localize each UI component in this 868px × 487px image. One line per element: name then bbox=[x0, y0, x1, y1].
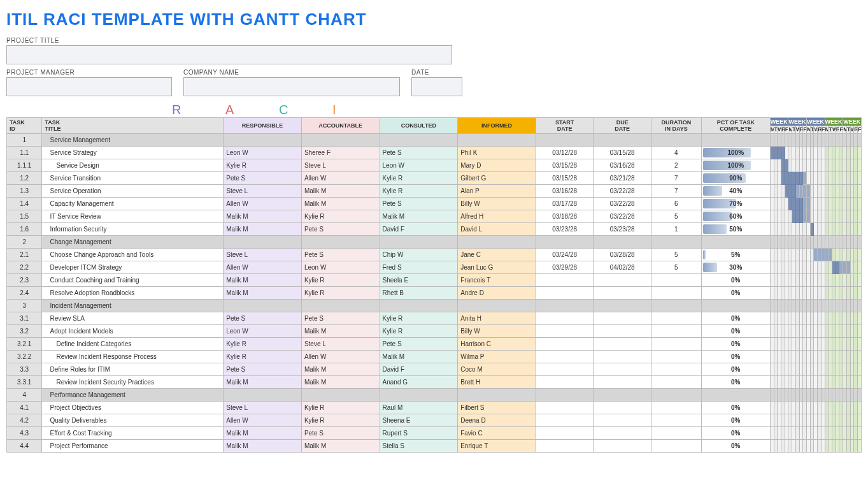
table-row[interactable]: 3.3Define Roles for ITIMPete SMalik MDav… bbox=[7, 363, 862, 376]
date-input[interactable] bbox=[411, 77, 462, 96]
cell-duration[interactable] bbox=[651, 427, 701, 440]
cell-pct[interactable]: 40% bbox=[701, 185, 770, 198]
table-row[interactable]: 2.2Developer ITCM StrategyAllen WLeon WF… bbox=[7, 261, 862, 274]
cell-duration[interactable] bbox=[651, 414, 701, 427]
cell-due[interactable] bbox=[594, 440, 651, 453]
cell-informed[interactable]: Alfred H bbox=[458, 210, 536, 223]
cell-duration[interactable] bbox=[651, 312, 701, 325]
table-row[interactable]: 3.3.1Review Incident Security PracticesM… bbox=[7, 376, 862, 389]
table-row[interactable]: 3.2Adopt Incident ModelsLeon WMalik MKyl… bbox=[7, 325, 862, 338]
cell-duration[interactable] bbox=[651, 274, 701, 287]
cell-accountable[interactable]: Steve L bbox=[301, 159, 380, 172]
cell-duration[interactable]: 7 bbox=[651, 185, 701, 198]
cell-start[interactable]: 03/29/28 bbox=[536, 261, 594, 274]
cell-responsible[interactable]: Pete S bbox=[224, 312, 302, 325]
cell-accountable[interactable]: Malik M bbox=[301, 376, 380, 389]
cell-consulted[interactable]: Pete S bbox=[380, 147, 458, 159]
cell-due[interactable] bbox=[594, 427, 651, 440]
cell-duration[interactable] bbox=[651, 325, 701, 338]
cell-responsible[interactable]: Allen W bbox=[224, 414, 302, 427]
cell-accountable[interactable]: Allen W bbox=[301, 351, 380, 363]
cell-informed[interactable]: Harrison C bbox=[458, 338, 536, 351]
cell-consulted[interactable]: Rupert S bbox=[380, 427, 458, 440]
cell-informed[interactable]: Favio C bbox=[458, 427, 536, 440]
cell-start[interactable] bbox=[536, 325, 594, 338]
cell-duration[interactable] bbox=[651, 376, 701, 389]
cell-title[interactable]: Quality Deliverables bbox=[42, 414, 224, 427]
cell-consulted[interactable]: Raul M bbox=[380, 402, 458, 414]
cell-consulted[interactable]: Leon W bbox=[380, 159, 458, 172]
cell-consulted[interactable]: Sheela E bbox=[380, 274, 458, 287]
cell-responsible[interactable]: Pete S bbox=[224, 172, 302, 185]
cell-pct[interactable]: 0% bbox=[701, 440, 770, 453]
table-row[interactable]: 3.1Review SLAPete SPete SKylie RAnita H0… bbox=[7, 312, 862, 325]
cell-consulted[interactable]: David F bbox=[380, 363, 458, 376]
cell-start[interactable] bbox=[536, 274, 594, 287]
cell-pct[interactable]: 30% bbox=[701, 261, 770, 274]
cell-title[interactable]: IT Service Review bbox=[42, 210, 224, 223]
cell-duration[interactable]: 5 bbox=[651, 249, 701, 261]
cell-title[interactable]: Resolve Adoption Roadblocks bbox=[42, 287, 224, 300]
cell-accountable[interactable]: Pete S bbox=[301, 223, 380, 236]
cell-responsible[interactable]: Malik M bbox=[224, 440, 302, 453]
cell-due[interactable]: 03/21/28 bbox=[594, 172, 651, 185]
cell-informed[interactable]: Billy W bbox=[458, 198, 536, 210]
cell-consulted[interactable]: Fred S bbox=[380, 261, 458, 274]
cell-responsible[interactable]: Steve L bbox=[224, 185, 302, 198]
cell-consulted[interactable]: Pete S bbox=[380, 198, 458, 210]
cell-accountable[interactable]: Malik M bbox=[301, 185, 380, 198]
cell-start[interactable] bbox=[536, 351, 594, 363]
table-row[interactable]: 1.1.1Service DesignKylie RSteve LLeon WM… bbox=[7, 159, 862, 172]
cell-responsible[interactable]: Allen W bbox=[224, 198, 302, 210]
cell-accountable[interactable]: Malik M bbox=[301, 325, 380, 338]
cell-consulted[interactable]: Kylie R bbox=[380, 172, 458, 185]
cell-informed[interactable]: Enrique T bbox=[458, 440, 536, 453]
cell-start[interactable] bbox=[536, 363, 594, 376]
cell-consulted[interactable]: David F bbox=[380, 223, 458, 236]
cell-pct[interactable]: 0% bbox=[701, 427, 770, 440]
cell-pct[interactable]: 0% bbox=[701, 376, 770, 389]
cell-start[interactable]: 03/17/28 bbox=[536, 198, 594, 210]
cell-responsible[interactable]: Malik M bbox=[224, 210, 302, 223]
table-row[interactable]: 3.2.1Define Incident CategoriesKylie RSt… bbox=[7, 338, 862, 351]
cell-consulted[interactable]: Stella S bbox=[380, 440, 458, 453]
cell-consulted[interactable]: Pete S bbox=[380, 338, 458, 351]
cell-duration[interactable]: 2 bbox=[651, 159, 701, 172]
cell-accountable[interactable]: Malik M bbox=[301, 198, 380, 210]
cell-start[interactable] bbox=[536, 414, 594, 427]
cell-informed[interactable]: Jane C bbox=[458, 249, 536, 261]
cell-duration[interactable] bbox=[651, 287, 701, 300]
cell-informed[interactable]: Billy W bbox=[458, 325, 536, 338]
cell-informed[interactable]: Gilbert G bbox=[458, 172, 536, 185]
cell-informed[interactable]: Jean Luc G bbox=[458, 261, 536, 274]
raci-gantt-table[interactable]: TASKIDTASKTITLERESPONSIBLEACCOUNTABLECON… bbox=[6, 117, 862, 453]
cell-due[interactable] bbox=[594, 351, 651, 363]
cell-due[interactable]: 03/23/28 bbox=[594, 223, 651, 236]
cell-title[interactable]: Service Design bbox=[42, 159, 224, 172]
cell-responsible[interactable]: Malik M bbox=[224, 223, 302, 236]
table-row[interactable]: 1.6Information SecurityMalik MPete SDavi… bbox=[7, 223, 862, 236]
cell-due[interactable] bbox=[594, 376, 651, 389]
cell-consulted[interactable]: Anand G bbox=[380, 376, 458, 389]
cell-accountable[interactable]: Allen W bbox=[301, 172, 380, 185]
cell-due[interactable]: 03/22/28 bbox=[594, 198, 651, 210]
cell-start[interactable]: 03/16/28 bbox=[536, 185, 594, 198]
cell-informed[interactable]: Mary D bbox=[458, 159, 536, 172]
cell-title[interactable]: Conduct Coaching and Training bbox=[42, 274, 224, 287]
cell-consulted[interactable]: Kylie R bbox=[380, 312, 458, 325]
cell-consulted[interactable]: Chip W bbox=[380, 249, 458, 261]
cell-responsible[interactable]: Malik M bbox=[224, 376, 302, 389]
cell-due[interactable] bbox=[594, 414, 651, 427]
cell-start[interactable]: 03/18/28 bbox=[536, 210, 594, 223]
cell-due[interactable]: 03/22/28 bbox=[594, 210, 651, 223]
cell-title[interactable]: Effort & Cost Tracking bbox=[42, 427, 224, 440]
table-row[interactable]: 2.1Choose Change Approach and ToolsSteve… bbox=[7, 249, 862, 261]
cell-accountable[interactable]: Kylie R bbox=[301, 287, 380, 300]
cell-accountable[interactable]: Steve L bbox=[301, 338, 380, 351]
cell-accountable[interactable]: Kylie R bbox=[301, 210, 380, 223]
table-row[interactable]: 4.3Effort & Cost TrackingMalik MPete SRu… bbox=[7, 427, 862, 440]
cell-responsible[interactable]: Pete S bbox=[224, 363, 302, 376]
table-row[interactable]: 2.4Resolve Adoption RoadblocksMalik MKyl… bbox=[7, 287, 862, 300]
cell-start[interactable]: 03/24/28 bbox=[536, 249, 594, 261]
cell-pct[interactable]: 0% bbox=[701, 402, 770, 414]
